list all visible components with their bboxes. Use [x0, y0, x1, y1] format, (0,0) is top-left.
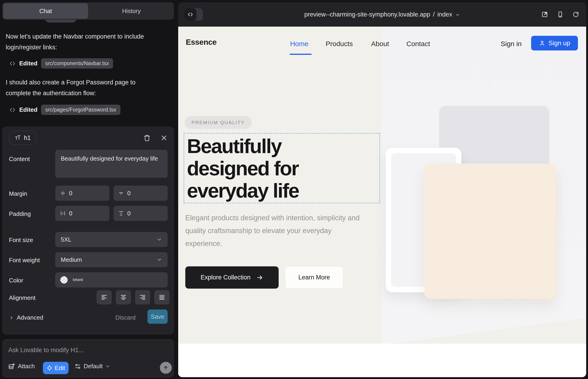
color-select[interactable]: Inherit	[55, 272, 168, 287]
attach-button[interactable]: Attach	[8, 363, 35, 370]
browser-toolbar: preview--charming-site-symphony.lovable.…	[178, 2, 586, 27]
chevron-down-icon	[157, 237, 162, 242]
browser-actions	[541, 2, 579, 27]
chevron-down-icon	[105, 364, 110, 369]
font-size-value: 5XL	[61, 236, 71, 243]
element-editor-panel: h1 Content Beautifully designed for ever…	[2, 127, 174, 334]
preview-url: preview--charming-site-symphony.lovable.…	[304, 11, 430, 18]
margin-y-icon	[118, 190, 124, 196]
chat-message: I should also create a Forgot Password p…	[6, 77, 148, 99]
save-button[interactable]: Save	[147, 310, 168, 324]
chevron-down-icon	[157, 257, 162, 262]
user-icon	[539, 40, 545, 46]
code-icon	[9, 107, 15, 113]
nav-link-home[interactable]: Home	[290, 40, 309, 48]
attach-label: Attach	[18, 363, 35, 370]
padding-y-icon	[118, 210, 124, 216]
hero-heading[interactable]: Beautifully designed for everyday life	[187, 135, 361, 202]
site-preview-page: Essence Home Products About Contact Sign…	[178, 27, 586, 377]
chat-sidebar: ⋯ Chat History Now let's update the Navb…	[0, 0, 176, 379]
edited-file-row: Edited src/pages/ForgotPassword.tsx	[9, 105, 120, 115]
padding-x-icon	[60, 210, 66, 216]
padding-x-input[interactable]	[55, 206, 109, 221]
active-nav-underline	[290, 54, 312, 55]
margin-x-input[interactable]	[55, 186, 109, 201]
file-chip[interactable]: src/pages/ForgotPassword.tsx	[41, 105, 120, 115]
code-view-toggle[interactable]	[184, 8, 203, 21]
mode-label: Default	[84, 363, 103, 370]
element-tag-label: h1	[24, 134, 31, 142]
sign-up-label: Sign up	[549, 39, 570, 47]
align-justify-button[interactable]	[154, 290, 170, 304]
font-weight-value: Medium	[61, 256, 82, 263]
nav-link-about[interactable]: About	[371, 40, 389, 48]
arrow-up-icon	[163, 365, 169, 371]
nav-link-contact[interactable]: Contact	[406, 40, 430, 48]
chat-composer: Attach Edit Default	[2, 339, 174, 378]
app-window: ⋯ Chat History Now let's update the Navb…	[0, 0, 588, 379]
composer-input[interactable]	[8, 344, 168, 357]
code-icon	[9, 60, 15, 67]
margin-y-input[interactable]	[113, 186, 168, 201]
align-right-button[interactable]	[135, 290, 150, 304]
refresh-icon[interactable]	[573, 11, 579, 18]
edited-label: Edited	[19, 60, 37, 67]
sidebar-tabs: Chat History	[2, 2, 174, 20]
advanced-toggle[interactable]: Advanced	[9, 314, 43, 321]
align-left-button[interactable]	[96, 290, 112, 304]
edit-mode-button[interactable]: Edit	[43, 362, 69, 374]
decorative-beige-card	[424, 164, 556, 299]
learn-more-button[interactable]: Learn More	[285, 266, 343, 289]
margin-x-icon	[60, 190, 66, 196]
color-swatch	[60, 276, 68, 284]
sliders-icon	[75, 363, 81, 370]
advanced-label: Advanced	[17, 314, 43, 321]
file-chip[interactable]: src/components/Navbar.tsx	[41, 58, 113, 69]
chevron-right-icon	[9, 315, 14, 320]
sign-up-button[interactable]: Sign up	[531, 36, 578, 50]
url-separator: /	[433, 11, 435, 18]
typography-icon	[15, 135, 21, 141]
sign-in-link[interactable]: Sign in	[501, 40, 522, 48]
hero-description: Elegant products designed with intention…	[185, 211, 369, 250]
selected-element-outline[interactable]: Beautifully designed for everyday life	[184, 133, 380, 203]
tab-chat[interactable]: Chat	[3, 3, 88, 19]
discard-button[interactable]: Discard	[115, 314, 136, 321]
align-center-button[interactable]	[116, 290, 131, 304]
code-icon	[184, 8, 197, 21]
color-value: Inherit	[73, 278, 83, 282]
content-label: Content	[9, 156, 30, 163]
mode-selector[interactable]: Default	[75, 363, 110, 370]
close-editor-button[interactable]	[159, 133, 169, 143]
section-below-hero	[178, 344, 586, 377]
font-size-label: Font size	[9, 237, 33, 244]
mobile-preview-icon[interactable]	[557, 11, 564, 18]
explore-collection-button[interactable]: Explore Collection	[185, 266, 279, 289]
preview-browser-window: preview--charming-site-symphony.lovable.…	[178, 2, 586, 377]
edited-label: Edited	[19, 106, 37, 113]
color-label: Color	[9, 277, 23, 284]
edit-label: Edit	[55, 364, 65, 372]
selected-element-tag[interactable]: h1	[9, 131, 36, 145]
tab-history[interactable]: History	[89, 2, 174, 20]
chat-message: Now let's update the Navbar component to…	[6, 31, 148, 53]
padding-y-input[interactable]	[113, 206, 168, 221]
nav-link-products[interactable]: Products	[326, 40, 353, 48]
site-logo[interactable]: Essence	[186, 38, 217, 47]
delete-element-button[interactable]	[142, 133, 152, 143]
target-icon	[46, 365, 52, 371]
padding-label: Padding	[9, 210, 31, 218]
font-weight-label: Font weight	[9, 257, 40, 264]
chevron-down-icon	[455, 12, 460, 17]
url-bar[interactable]: preview--charming-site-symphony.lovable.…	[178, 2, 586, 27]
image-plus-icon	[8, 363, 15, 370]
content-input[interactable]: Beautifully designed for everyday life	[55, 150, 168, 178]
font-weight-select[interactable]: Medium	[55, 252, 168, 267]
arrow-right-icon	[256, 274, 263, 281]
send-button[interactable]	[160, 362, 172, 374]
premium-quality-badge: PREMIUM QUALITY	[185, 116, 252, 129]
current-page: index	[437, 11, 452, 18]
alignment-label: Alignment	[9, 294, 35, 301]
font-size-select[interactable]: 5XL	[55, 232, 168, 247]
open-external-icon[interactable]	[541, 11, 548, 18]
